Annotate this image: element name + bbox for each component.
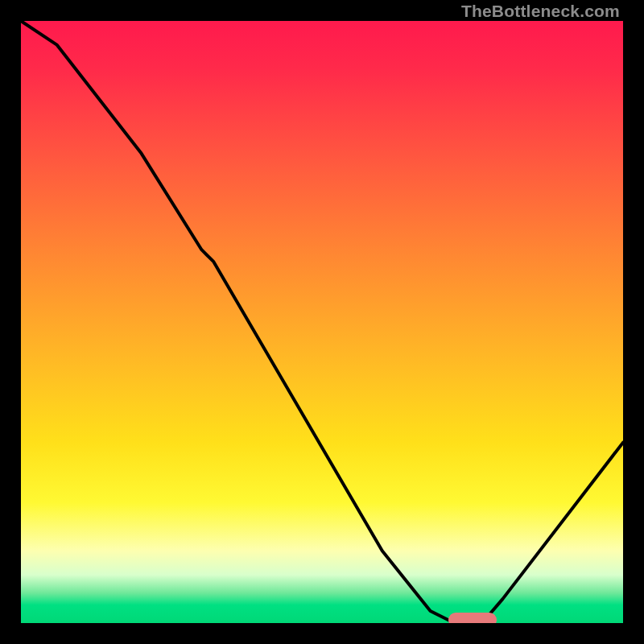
line-series: [21, 21, 623, 623]
chart-frame: TheBottleneck.com: [0, 0, 644, 644]
plot-area: [21, 21, 623, 623]
watermark-label: TheBottleneck.com: [461, 2, 620, 21]
optimal-marker: [448, 613, 497, 623]
